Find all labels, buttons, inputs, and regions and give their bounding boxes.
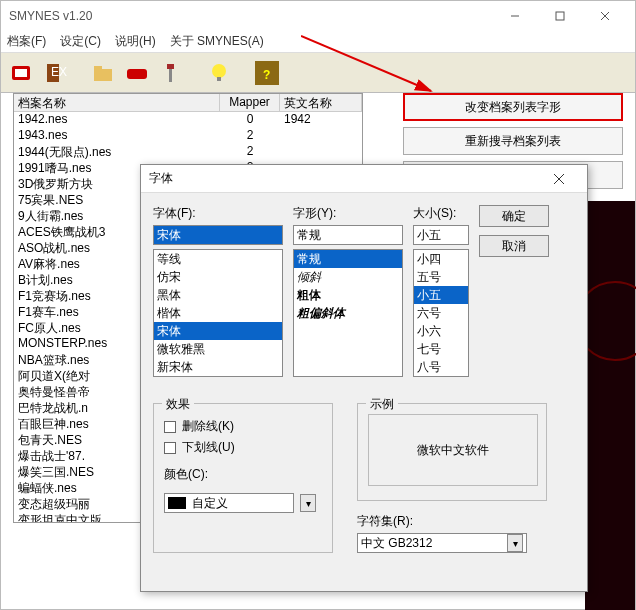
sample-text: 微软中文软件: [368, 414, 538, 486]
tools-icon[interactable]: [157, 59, 185, 87]
close-button[interactable]: [582, 1, 627, 31]
list-item[interactable]: 微软雅黑: [154, 340, 282, 358]
svg-rect-12: [167, 64, 174, 69]
table-row[interactable]: 1943.nes2: [14, 128, 362, 144]
dialog-titlebar: 字体: [141, 165, 587, 193]
effects-legend: 效果: [162, 396, 194, 413]
ok-button[interactable]: 确定: [479, 205, 549, 227]
exit-icon[interactable]: EXIT: [41, 59, 69, 87]
size-label: 大小(S):: [413, 205, 469, 222]
list-item[interactable]: 楷体: [154, 304, 282, 322]
color-combobox[interactable]: 自定义: [164, 493, 294, 513]
menu-help[interactable]: 说明(H): [115, 33, 156, 50]
style-input[interactable]: 常规: [293, 225, 403, 245]
list-item[interactable]: 六号: [414, 304, 468, 322]
list-item[interactable]: 仿宋: [154, 268, 282, 286]
chevron-down-icon[interactable]: ▾: [300, 494, 316, 512]
chevron-down-icon[interactable]: ▾: [507, 534, 523, 552]
svg-rect-1: [556, 12, 564, 20]
charset-label: 字符集(R):: [357, 513, 547, 530]
font-label: 字体(F):: [153, 205, 283, 222]
svg-rect-10: [127, 69, 147, 79]
dialog-close-button[interactable]: [539, 165, 579, 193]
style-label: 字形(Y):: [293, 205, 403, 222]
strikethrough-checkbox[interactable]: 删除线(K): [164, 418, 322, 435]
svg-rect-8: [94, 69, 112, 81]
charset-combobox[interactable]: 中文 GB2312 ▾: [357, 533, 527, 553]
color-label: 颜色(C):: [164, 466, 322, 483]
svg-line-17: [301, 36, 431, 91]
list-item[interactable]: 新宋体: [154, 358, 282, 376]
window-title: SMYNES v1.20: [9, 9, 492, 23]
table-row[interactable]: 1942.nes01942: [14, 112, 362, 128]
question-icon[interactable]: ?: [253, 59, 281, 87]
list-item[interactable]: 宋体: [154, 322, 282, 340]
list-item[interactable]: 小六: [414, 322, 468, 340]
sample-group: 示例 微软中文软件: [357, 403, 547, 501]
list-item[interactable]: 小四: [414, 250, 468, 268]
folder-icon[interactable]: [89, 59, 117, 87]
size-input[interactable]: 小五: [413, 225, 469, 245]
cancel-button[interactable]: 取消: [479, 235, 549, 257]
annotation-arrow: [301, 31, 441, 101]
svg-rect-9: [94, 66, 102, 70]
font-input[interactable]: 宋体: [153, 225, 283, 245]
list-item[interactable]: 小五: [414, 286, 468, 304]
list-item[interactable]: 常规: [294, 250, 402, 268]
maximize-button[interactable]: [537, 1, 582, 31]
list-item[interactable]: 倾斜: [294, 268, 402, 286]
svg-text:EXIT: EXIT: [51, 65, 67, 79]
list-item[interactable]: 五号: [414, 268, 468, 286]
list-item[interactable]: 八号: [414, 358, 468, 376]
underline-checkbox[interactable]: 下划线(U): [164, 439, 322, 456]
list-item[interactable]: 粗体: [294, 286, 402, 304]
size-listbox[interactable]: 小四五号小五六号小六七号八号: [413, 249, 469, 377]
sample-legend: 示例: [366, 396, 398, 413]
font-dialog: 字体 字体(F): 宋体 等线仿宋黑体楷体宋体微软雅黑新宋体 字形(Y): 常规…: [140, 164, 588, 592]
dialog-title: 字体: [149, 170, 539, 187]
effects-group: 效果 删除线(K) 下划线(U) 颜色(C): 自定义 ▾: [153, 403, 333, 553]
change-font-button[interactable]: 改变档案列表字形: [403, 93, 623, 121]
controller-icon[interactable]: [123, 59, 151, 87]
table-row[interactable]: 1944(无限点).nes2: [14, 144, 362, 160]
titlebar: SMYNES v1.20: [1, 1, 635, 31]
svg-rect-5: [15, 69, 27, 77]
list-item[interactable]: 粗偏斜体: [294, 304, 402, 322]
minimize-button[interactable]: [492, 1, 537, 31]
svg-point-13: [212, 64, 226, 78]
list-header: 档案名称 Mapper 英文名称: [14, 94, 362, 112]
menu-file[interactable]: 档案(F): [7, 33, 46, 50]
color-swatch: [168, 497, 186, 509]
svg-rect-14: [217, 77, 221, 81]
menu-settings[interactable]: 设定(C): [60, 33, 101, 50]
svg-text:?: ?: [263, 68, 270, 82]
list-item[interactable]: 等线: [154, 250, 282, 268]
font-listbox[interactable]: 等线仿宋黑体楷体宋体微软雅黑新宋体: [153, 249, 283, 377]
col-mapper[interactable]: Mapper: [220, 94, 280, 111]
list-item[interactable]: 七号: [414, 340, 468, 358]
open-rom-icon[interactable]: [7, 59, 35, 87]
style-listbox[interactable]: 常规倾斜粗体粗偏斜体: [293, 249, 403, 377]
menu-about[interactable]: 关于 SMYNES(A): [170, 33, 264, 50]
preview-pane: [585, 201, 635, 610]
list-item[interactable]: 黑体: [154, 286, 282, 304]
col-eng[interactable]: 英文名称: [280, 94, 362, 111]
lightbulb-icon[interactable]: [205, 59, 233, 87]
col-name[interactable]: 档案名称: [14, 94, 220, 111]
rescan-button[interactable]: 重新搜寻档案列表: [403, 127, 623, 155]
